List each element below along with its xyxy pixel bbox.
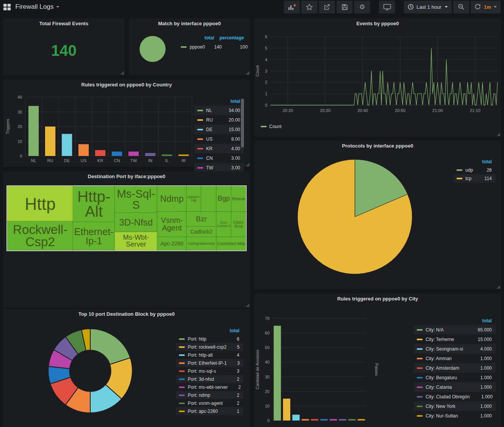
protocols-pie-chart[interactable] xyxy=(254,151,438,287)
bar-RU[interactable] xyxy=(45,127,55,156)
dashboard-settings-button[interactable]: ⚙ xyxy=(354,1,370,13)
panel-title[interactable]: Rules triggered on pppoe0 by Country xyxy=(3,80,250,90)
treemap-cell-bzr[interactable]: Bzr xyxy=(187,212,216,227)
pie-slice-pppoe0[interactable] xyxy=(140,36,166,62)
bar-US[interactable] xyxy=(78,144,89,156)
legend-header-percentage[interactable]: percentage xyxy=(214,35,244,41)
legend-row-tcp[interactable]: tcp114 xyxy=(454,174,496,183)
legend-row-City: Seongnam-si[interactable]: City: Seongnam-si4.000 xyxy=(414,344,496,354)
bar-8[interactable] xyxy=(348,419,356,421)
legend-row-City: Amman[interactable]: City: Amman1.000 xyxy=(414,354,496,363)
panel-title[interactable]: Rules triggered on pppoe0 by City xyxy=(254,294,501,304)
treemap-cell-ndmp[interactable]: Ndmp xyxy=(157,186,186,212)
panel-title[interactable]: Total Firewall Events xyxy=(3,18,125,29)
dashboards-grid-icon[interactable] xyxy=(3,4,11,10)
bar-9[interactable] xyxy=(358,419,365,421)
legend-row-Port: http-alt[interactable]: Port: http-alt4 xyxy=(176,351,243,359)
legend-row-City: Bengaluru[interactable]: City: Bengaluru1.000 xyxy=(414,373,496,382)
legend-row-Port: http[interactable]: Port: http6 xyxy=(176,335,243,343)
legend-scrollbar[interactable] xyxy=(241,99,244,148)
pie-slice-Port: http[interactable] xyxy=(90,329,130,364)
treemap-cell-cisco-sccp[interactable]: Cisco-Sccp xyxy=(231,212,246,237)
bar-TW[interactable] xyxy=(128,151,139,156)
country-plot[interactable]: 010203040NLRUDEUSKRCNTWINILIRTriggers xyxy=(3,90,194,167)
legend-header-total[interactable]: total xyxy=(220,99,240,104)
dashboard-title-caret[interactable] xyxy=(56,6,59,8)
bar-IR[interactable] xyxy=(179,154,189,156)
events-legend[interactable]: Count xyxy=(261,124,501,129)
treemap-cell-ccu-comm-3[interactable]: Ccu-Comm-3 xyxy=(216,212,231,237)
add-panel-button[interactable] xyxy=(284,1,300,13)
legend-row-RU[interactable]: RU20.00 xyxy=(194,115,244,125)
bar-NL[interactable] xyxy=(28,106,39,156)
city-bar-chart[interactable]: 010203040506070Cantidad de AccesosPaises xyxy=(254,304,387,427)
cycle-view-mode-button[interactable] xyxy=(379,1,395,13)
treemap-cell-ms-sql-s[interactable]: Ms-Sql-S xyxy=(115,186,158,213)
bar-0[interactable] xyxy=(274,326,281,421)
legend-row-CN[interactable]: CN3.00 xyxy=(194,153,244,163)
panel-title[interactable]: Destination Port by iface:pppoe0 xyxy=(3,171,250,182)
panel-resize-handle[interactable] xyxy=(497,285,500,289)
legend-row-Port: ms-wbt-server[interactable]: Port: ms-wbt-server2 xyxy=(176,383,243,391)
bar-CN[interactable] xyxy=(112,151,122,156)
bar-IN[interactable] xyxy=(145,153,156,156)
bar-5[interactable] xyxy=(320,419,328,421)
legend-row-Port: ndmp[interactable]: Port: ndmp2 xyxy=(176,391,243,399)
treemap-cell-commtact-http[interactable]: Commtact-Http xyxy=(216,237,246,250)
panel-title[interactable]: Top 10 port Destination Block by pppoe0 xyxy=(3,309,250,320)
legend-row-Port: ms-sql-s[interactable]: Port: ms-sql-s3 xyxy=(176,367,243,375)
panel-title[interactable]: Match by interface pppoe0 xyxy=(129,18,250,29)
panel-resize-handle[interactable] xyxy=(497,133,500,136)
events-timeseries-chart[interactable]: 012345620:2020:3020:4020:5021:0021:10Cou… xyxy=(254,29,501,122)
zoom-out-time-button[interactable] xyxy=(453,1,469,13)
time-range-picker[interactable]: Last 1 hour xyxy=(404,1,452,13)
legend-row-NL[interactable]: NL34.00 xyxy=(194,106,244,115)
treemap-cell-cartographerxmp[interactable]: Cartographerxmp xyxy=(187,237,216,250)
share-dashboard-button[interactable] xyxy=(319,1,335,13)
treemap-cell-cadlock2[interactable]: Cadlock2 xyxy=(187,227,216,237)
events-plot[interactable]: 012345620:2020:3020:4020:5021:0021:10Cou… xyxy=(254,29,500,121)
bar-3[interactable] xyxy=(302,419,309,421)
bar-1[interactable] xyxy=(283,399,290,421)
legend-row-City: Ciudad Obregón[interactable]: City: Ciudad Obregón1.000 xyxy=(414,392,496,401)
bar-6[interactable] xyxy=(330,419,337,421)
legend-header-total[interactable]: total xyxy=(476,159,492,164)
legend-row-udp[interactable]: udp26 xyxy=(454,166,496,174)
save-dashboard-button[interactable] xyxy=(337,1,353,13)
legend-row-City: Terherne[interactable]: City: Terherne15.000 xyxy=(414,334,496,344)
panel-title[interactable]: Protocols by interface pppoe0 xyxy=(254,141,501,151)
treemap-cell-http-alt[interactable]: Http-Alt xyxy=(73,186,115,222)
panel-resize-handle[interactable] xyxy=(246,71,249,75)
panel-resize-handle[interactable] xyxy=(246,304,249,307)
treemap-cell-rockwell-csp2[interactable]: Rockwell-Csp2 xyxy=(7,221,73,250)
legend-row-DE[interactable]: DE15.00 xyxy=(194,125,244,134)
bar-4[interactable] xyxy=(311,419,318,421)
star-dashboard-button[interactable] xyxy=(301,1,317,13)
legend-header-total[interactable]: total xyxy=(197,35,214,41)
treemap-cell-ethernet-ip-1[interactable]: Ethernet-Ip-1 xyxy=(73,222,115,250)
legend-row-City: Catania[interactable]: City: Catania1.000 xyxy=(414,382,496,392)
legend-row-Port: 3d-nfsd[interactable]: Port: 3d-nfsd2 xyxy=(176,375,243,383)
legend-row-City: New York[interactable]: City: New York1.000 xyxy=(414,401,496,411)
treemap-cell-empty[interactable] xyxy=(201,186,216,212)
treemap-cell-http[interactable]: Http xyxy=(7,186,73,221)
bar-IL[interactable] xyxy=(162,154,172,156)
treemap-cell-3d-nfsd[interactable]: 3D-Nfsd xyxy=(115,213,158,232)
treemap-cell-btrieve[interactable]: Btrieve xyxy=(231,186,246,212)
treemap-cell-apc-2260[interactable]: Apc-2260 xyxy=(157,237,186,250)
treemap-cell-vsnm-agent[interactable]: Vsnm-Agent xyxy=(157,212,186,237)
legend-row-KR[interactable]: KR4.00 xyxy=(194,144,244,153)
legend-row-pppoe0[interactable]: pppoe0140100% xyxy=(178,42,248,52)
legend-row-Port: apc-2260[interactable]: Port: apc-22601 xyxy=(176,407,243,415)
panel-title[interactable]: Events by pppoe0 xyxy=(254,18,501,29)
legend-header-total[interactable]: total xyxy=(469,318,492,323)
city-plot[interactable]: 010203040506070Cantidad de AccesosPaises xyxy=(254,304,387,427)
bar-KR[interactable] xyxy=(95,150,106,156)
legend-header-total[interactable]: total xyxy=(226,328,239,333)
legend-row-Port: rockwell-csp2[interactable]: Port: rockwell-csp25 xyxy=(176,343,243,351)
refresh-picker[interactable]: 1m xyxy=(471,1,501,13)
treemap-cell-appserv-htp[interactable]: Appserv-Htp xyxy=(187,186,202,212)
legend-row-City: Nur-Sultan[interactable]: City: Nur-Sultan1.000 xyxy=(414,411,496,421)
dashboard-title[interactable]: Firewall Logs xyxy=(15,3,54,11)
legend-row-US[interactable]: US8.00 xyxy=(194,134,244,144)
